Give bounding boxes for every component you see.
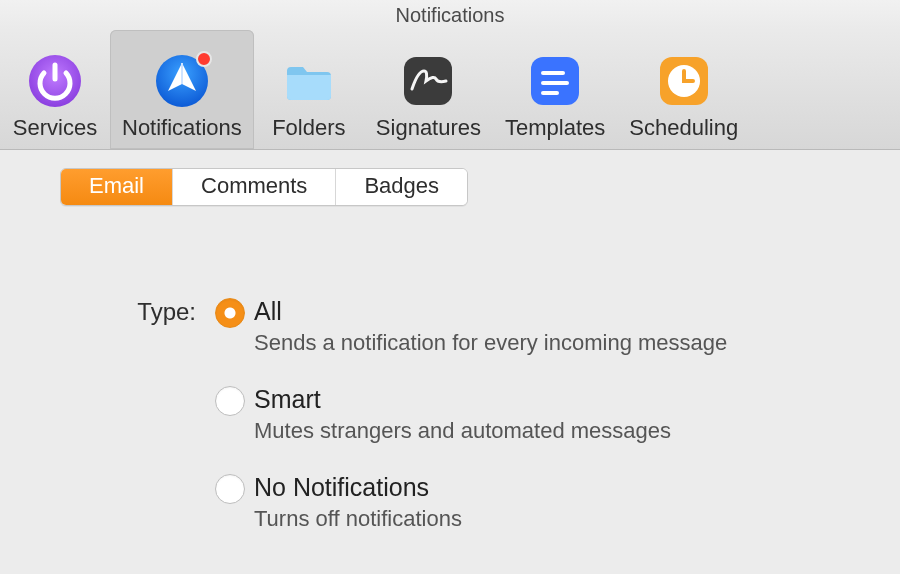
paper-plane-icon [154,53,210,109]
templates-icon [527,53,583,109]
clock-icon [656,53,712,109]
option-title: Smart [254,384,860,414]
signature-icon [400,53,456,109]
content-area: Email Comments Badges Type: All Sends a … [0,150,900,532]
tab-email[interactable]: Email [61,169,173,205]
toolbar-label: Folders [272,115,345,141]
radio-all[interactable] [215,298,245,328]
svg-rect-6 [541,91,559,95]
power-icon [27,53,83,109]
notification-badge-icon [196,51,212,67]
preferences-toolbar: Services Notifications [0,30,900,150]
subtabs: Email Comments Badges [60,168,468,206]
toolbar-item-templates[interactable]: Templates [493,30,617,149]
tab-comments[interactable]: Comments [173,169,336,205]
option-title: No Notifications [254,472,860,502]
toolbar-label: Scheduling [629,115,738,141]
type-form: Type: All Sends a notification for every… [0,296,900,532]
option-row-none: . No Notifications Turns off notificatio… [118,472,860,532]
toolbar-label: Signatures [376,115,481,141]
option-row-all: Type: All Sends a notification for every… [118,296,860,356]
toolbar-item-folders[interactable]: Folders [254,30,364,149]
tab-badges[interactable]: Badges [336,169,467,205]
radio-none[interactable] [215,474,245,504]
option-subtitle: Turns off notifications [254,506,860,532]
toolbar-label: Templates [505,115,605,141]
type-label: Type: [118,296,206,328]
toolbar-item-notifications[interactable]: Notifications [110,30,254,149]
toolbar-item-signatures[interactable]: Signatures [364,30,493,149]
svg-rect-5 [541,81,569,85]
window-title: Notifications [0,0,900,30]
toolbar-label: Services [13,115,97,141]
toolbar-item-services[interactable]: Services [0,30,110,149]
option-row-smart: . Smart Mutes strangers and automated me… [118,384,860,444]
option-title: All [254,296,860,326]
folder-icon [281,53,337,109]
svg-rect-4 [541,71,565,75]
option-subtitle: Mutes strangers and automated messages [254,418,860,444]
option-subtitle: Sends a notification for every incoming … [254,330,860,356]
toolbar-label: Notifications [122,115,242,141]
toolbar-item-scheduling[interactable]: Scheduling [617,30,750,149]
radio-smart[interactable] [215,386,245,416]
